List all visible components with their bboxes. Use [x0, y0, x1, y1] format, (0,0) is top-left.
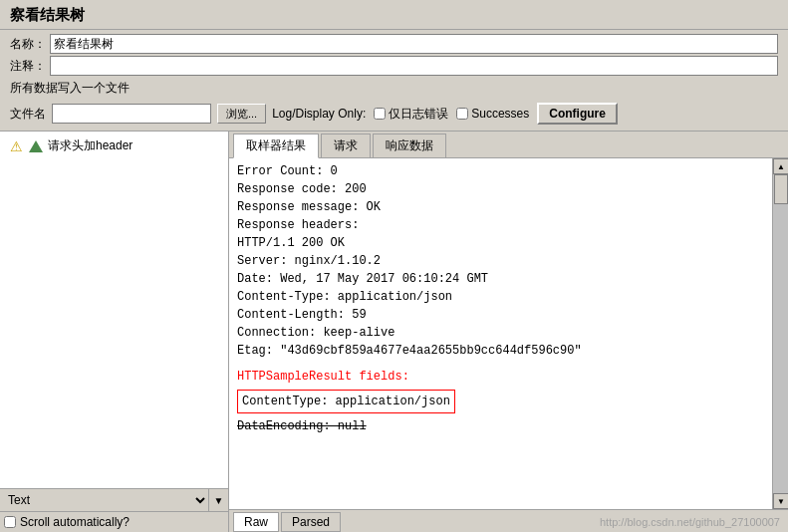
comment-input[interactable] [50, 56, 778, 76]
http-fields-block: HTTPSampleResult fields: ContentType: ap… [237, 368, 768, 435]
right-panel: 取样器结果 请求 响应数据 Error Count: 0 Response co… [229, 132, 788, 532]
all-data-label: 所有数据写入一个文件 [10, 78, 778, 99]
data-encoding-line: DataEncoding: null [237, 417, 768, 435]
scroll-row: Scroll automatically? [0, 511, 228, 532]
filename-input[interactable] [52, 104, 211, 124]
successes-checkbox-label[interactable]: Successes [456, 107, 529, 121]
tree-item[interactable]: ⚠ 请求头加header [4, 135, 224, 156]
filename-label: 文件名 [10, 106, 46, 123]
browse-button[interactable]: 浏览... [217, 104, 266, 124]
name-input[interactable] [50, 34, 778, 54]
response-line-5: HTTP/1.1 200 OK [237, 234, 768, 252]
successes-label: Successes [471, 107, 529, 121]
response-line-8: Content-Type: application/json [237, 288, 768, 306]
left-panel: ⚠ 请求头加header Text ▼ Scroll automaticall [0, 132, 229, 532]
scroll-label: Scroll automatically? [20, 515, 130, 529]
http-fields-section: ContentType: application/json [237, 390, 455, 413]
log-errors-checkbox[interactable] [374, 108, 386, 120]
response-line-2: Response message: OK [237, 198, 768, 216]
tab-response-data[interactable]: 响应数据 [373, 133, 446, 157]
tab-raw[interactable]: Raw [233, 512, 279, 532]
warning-icon: ⚠ [8, 138, 24, 154]
main-container: 察看结果树 名称： 注释： 所有数据写入一个文件 文件名 浏览... Log/D… [0, 0, 788, 532]
comment-row: 注释： [10, 56, 778, 76]
bottom-tabs: Raw Parsed [233, 512, 343, 532]
log-errors-label: 仅日志错误 [389, 106, 448, 123]
scroll-down-btn[interactable]: ▼ [773, 493, 788, 509]
name-row: 名称： [10, 34, 778, 54]
tab-sampler-results[interactable]: 取样器结果 [233, 133, 319, 158]
tab-content: Error Count: 0 Response code: 200 Respon… [229, 158, 788, 509]
response-line-6: Server: nginx/1.10.2 [237, 252, 768, 270]
response-line-0: Error Count: 0 [237, 162, 768, 180]
content-type-line: ContentType: application/json [242, 393, 450, 410]
comment-label: 注释： [10, 58, 46, 75]
tree-area: ⚠ 请求头加header [0, 132, 228, 488]
response-line-1: Response code: 200 [237, 180, 768, 198]
response-line-7: Date: Wed, 17 May 2017 06:10:24 GMT [237, 270, 768, 288]
scrollbar-thumb[interactable] [774, 174, 788, 204]
dropdown-arrow-icon[interactable]: ▼ [208, 489, 228, 511]
file-row: 文件名 浏览... Log/Display Only: 仅日志错误 Succes… [10, 101, 778, 127]
green-triangle-icon [28, 138, 44, 154]
scroll-checkbox[interactable] [4, 516, 16, 528]
left-panel-footer: Text ▼ [0, 488, 228, 511]
scrollbar-track[interactable] [773, 174, 788, 493]
watermark: http://blog.csdn.net/github_27100007 [600, 516, 784, 528]
log-display-row: Log/Display Only: 仅日志错误 Successes Config… [272, 103, 618, 125]
scrollbar[interactable]: ▲ ▼ [772, 158, 788, 509]
tree-item-label: 请求头加header [48, 137, 132, 154]
name-label: 名称： [10, 36, 46, 53]
response-line-9: Content-Length: 59 [237, 306, 768, 324]
response-line-11: Etag: "43d69cbf859a4677e4aa2655bb9cc644d… [237, 342, 768, 360]
content-area: ⚠ 请求头加header Text ▼ Scroll automaticall [0, 131, 788, 532]
log-errors-checkbox-label[interactable]: 仅日志错误 [374, 106, 448, 123]
successes-checkbox[interactable] [456, 108, 468, 120]
log-display-label: Log/Display Only: [272, 107, 366, 121]
tab-parsed[interactable]: Parsed [281, 512, 341, 532]
configure-button[interactable]: Configure [537, 103, 618, 125]
response-line-10: Connection: keep-alive [237, 324, 768, 342]
http-fields-label: HTTPSampleResult fields: [237, 368, 768, 386]
type-dropdown[interactable]: Text [0, 489, 208, 511]
response-line-4: Response headers: [237, 216, 768, 234]
tabs-row: 取样器结果 请求 响应数据 [229, 132, 788, 158]
response-text: Error Count: 0 Response code: 200 Respon… [229, 158, 788, 509]
bottom-tabs-row: Raw Parsed http://blog.csdn.net/github_2… [229, 509, 788, 532]
page-title: 察看结果树 [0, 0, 788, 30]
form-section: 名称： 注释： 所有数据写入一个文件 文件名 浏览... Log/Display… [0, 30, 788, 131]
scroll-up-btn[interactable]: ▲ [773, 158, 788, 174]
tab-request[interactable]: 请求 [321, 133, 371, 157]
